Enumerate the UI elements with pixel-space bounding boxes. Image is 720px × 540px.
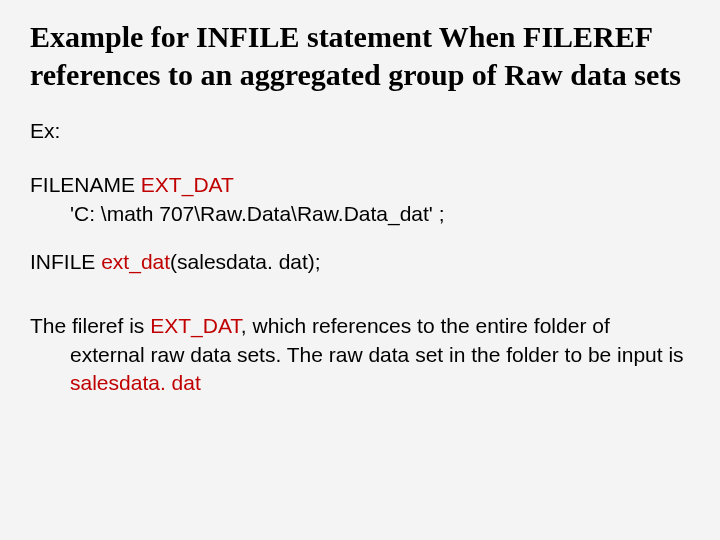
explanation: The fileref is EXT_DAT, which references… [30,312,690,397]
slide: Example for INFILE statement When FILERE… [0,0,720,540]
explain-ref-2: salesdata. dat [70,371,201,394]
explain-text-1: The fileref is [30,314,150,337]
filename-keyword: FILENAME [30,173,141,196]
infile-ref: ext_dat [101,250,170,273]
filename-path: 'C: \math 707\Raw.Data\Raw.Data_dat' ; [30,200,690,228]
code-infile-line: INFILE ext_dat(salesdata. dat); [30,248,690,276]
example-label: Ex: [30,117,690,145]
explain-ref-1: EXT_DAT [150,314,241,337]
slide-title: Example for INFILE statement When FILERE… [30,18,690,93]
filename-ref: EXT_DAT [141,173,234,196]
code-filename-line: FILENAME EXT_DAT 'C: \math 707\Raw.Data\… [30,171,690,228]
infile-arg: (salesdata. dat); [170,250,321,273]
infile-keyword: INFILE [30,250,101,273]
